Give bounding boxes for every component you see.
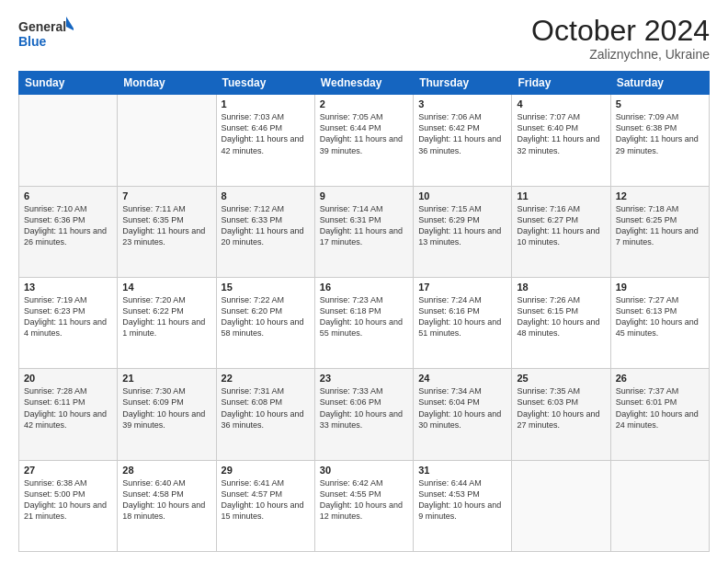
- day-info: Sunrise: 7:12 AMSunset: 6:33 PMDaylight:…: [222, 204, 304, 247]
- calendar-cell: 26Sunrise: 7:37 AMSunset: 6:01 PMDayligh…: [610, 369, 709, 460]
- calendar-cell: 22Sunrise: 7:31 AMSunset: 6:08 PMDayligh…: [216, 369, 314, 460]
- day-info: Sunrise: 7:27 AMSunset: 6:13 PMDaylight:…: [616, 295, 699, 338]
- day-info: Sunrise: 7:06 AMSunset: 6:42 PMDaylight:…: [418, 112, 501, 155]
- page: General Blue October 2024 Zaliznychne, U…: [0, 0, 728, 563]
- calendar-cell: 31Sunrise: 6:44 AMSunset: 4:53 PMDayligh…: [414, 460, 512, 551]
- day-number: 3: [418, 98, 506, 109]
- day-info: Sunrise: 7:15 AMSunset: 6:29 PMDaylight:…: [418, 204, 501, 247]
- day-info: Sunrise: 7:05 AMSunset: 6:44 PMDaylight:…: [320, 112, 403, 155]
- calendar-cell: 27Sunrise: 6:38 AMSunset: 5:00 PMDayligh…: [19, 460, 118, 551]
- calendar-cell: 17Sunrise: 7:24 AMSunset: 6:16 PMDayligh…: [414, 277, 512, 368]
- calendar-cell: 18Sunrise: 7:26 AMSunset: 6:15 PMDayligh…: [512, 277, 610, 368]
- calendar-cell: 7Sunrise: 7:11 AMSunset: 6:35 PMDaylight…: [118, 186, 216, 277]
- day-info: Sunrise: 7:31 AMSunset: 6:08 PMDaylight:…: [222, 386, 304, 429]
- day-number: 26: [616, 373, 704, 384]
- calendar-cell: [19, 95, 118, 186]
- day-info: Sunrise: 7:18 AMSunset: 6:25 PMDaylight:…: [616, 204, 699, 247]
- weekday-header: Sunday: [19, 72, 118, 95]
- calendar-cell: [610, 460, 709, 551]
- header: General Blue October 2024 Zaliznychne, U…: [18, 15, 710, 62]
- day-number: 19: [616, 282, 704, 293]
- day-info: Sunrise: 7:24 AMSunset: 6:16 PMDaylight:…: [418, 295, 501, 338]
- day-number: 9: [320, 190, 408, 201]
- day-number: 23: [320, 373, 408, 384]
- logo-svg: General Blue: [18, 15, 74, 52]
- weekday-header: Monday: [118, 72, 216, 95]
- day-info: Sunrise: 7:33 AMSunset: 6:06 PMDaylight:…: [320, 386, 403, 429]
- weekday-header-row: SundayMondayTuesdayWednesdayThursdayFrid…: [19, 72, 710, 95]
- svg-marker-2: [66, 17, 74, 31]
- day-info: Sunrise: 7:09 AMSunset: 6:38 PMDaylight:…: [616, 112, 699, 155]
- day-info: Sunrise: 7:30 AMSunset: 6:09 PMDaylight:…: [122, 386, 205, 429]
- day-number: 5: [616, 98, 704, 109]
- calendar-week-row: 27Sunrise: 6:38 AMSunset: 5:00 PMDayligh…: [19, 460, 710, 551]
- calendar-cell: 28Sunrise: 6:40 AMSunset: 4:58 PMDayligh…: [118, 460, 216, 551]
- weekday-header: Tuesday: [216, 72, 314, 95]
- day-number: 10: [418, 190, 506, 201]
- calendar-cell: 8Sunrise: 7:12 AMSunset: 6:33 PMDaylight…: [216, 186, 314, 277]
- day-info: Sunrise: 7:11 AMSunset: 6:35 PMDaylight:…: [122, 204, 205, 247]
- day-number: 30: [320, 465, 408, 476]
- day-info: Sunrise: 7:10 AMSunset: 6:36 PMDaylight:…: [24, 204, 107, 247]
- day-info: Sunrise: 6:41 AMSunset: 4:57 PMDaylight:…: [222, 478, 304, 521]
- day-number: 6: [24, 190, 112, 201]
- calendar-cell: 15Sunrise: 7:22 AMSunset: 6:20 PMDayligh…: [216, 277, 314, 368]
- day-info: Sunrise: 7:35 AMSunset: 6:03 PMDaylight:…: [517, 386, 599, 429]
- day-info: Sunrise: 7:19 AMSunset: 6:23 PMDaylight:…: [24, 295, 107, 338]
- month-title: October 2024: [531, 15, 710, 47]
- day-info: Sunrise: 6:38 AMSunset: 5:00 PMDaylight:…: [24, 478, 107, 521]
- calendar-cell: [512, 460, 610, 551]
- day-info: Sunrise: 7:20 AMSunset: 6:22 PMDaylight:…: [122, 295, 205, 338]
- calendar-week-row: 13Sunrise: 7:19 AMSunset: 6:23 PMDayligh…: [19, 277, 710, 368]
- day-info: Sunrise: 7:03 AMSunset: 6:46 PMDaylight:…: [222, 112, 304, 155]
- calendar-cell: 2Sunrise: 7:05 AMSunset: 6:44 PMDaylight…: [314, 95, 413, 186]
- day-number: 31: [418, 465, 506, 476]
- calendar-cell: 23Sunrise: 7:33 AMSunset: 6:06 PMDayligh…: [314, 369, 413, 460]
- calendar-cell: 4Sunrise: 7:07 AMSunset: 6:40 PMDaylight…: [512, 95, 610, 186]
- day-info: Sunrise: 7:28 AMSunset: 6:11 PMDaylight:…: [24, 386, 107, 429]
- calendar-cell: 12Sunrise: 7:18 AMSunset: 6:25 PMDayligh…: [610, 186, 709, 277]
- day-info: Sunrise: 7:14 AMSunset: 6:31 PMDaylight:…: [320, 204, 403, 247]
- day-info: Sunrise: 7:07 AMSunset: 6:40 PMDaylight:…: [517, 112, 599, 155]
- day-info: Sunrise: 7:37 AMSunset: 6:01 PMDaylight:…: [616, 386, 699, 429]
- calendar-cell: 9Sunrise: 7:14 AMSunset: 6:31 PMDaylight…: [314, 186, 413, 277]
- calendar: SundayMondayTuesdayWednesdayThursdayFrid…: [18, 71, 710, 552]
- day-number: 13: [24, 282, 112, 293]
- day-number: 4: [517, 98, 605, 109]
- calendar-cell: 5Sunrise: 7:09 AMSunset: 6:38 PMDaylight…: [610, 95, 709, 186]
- day-info: Sunrise: 7:16 AMSunset: 6:27 PMDaylight:…: [517, 204, 599, 247]
- day-info: Sunrise: 6:44 AMSunset: 4:53 PMDaylight:…: [418, 478, 501, 521]
- day-number: 1: [222, 98, 310, 109]
- calendar-cell: 30Sunrise: 6:42 AMSunset: 4:55 PMDayligh…: [314, 460, 413, 551]
- day-number: 24: [418, 373, 506, 384]
- calendar-cell: 10Sunrise: 7:15 AMSunset: 6:29 PMDayligh…: [414, 186, 512, 277]
- calendar-cell: 11Sunrise: 7:16 AMSunset: 6:27 PMDayligh…: [512, 186, 610, 277]
- day-number: 7: [122, 190, 210, 201]
- day-number: 22: [222, 373, 310, 384]
- day-number: 18: [517, 282, 605, 293]
- day-info: Sunrise: 7:22 AMSunset: 6:20 PMDaylight:…: [222, 295, 304, 338]
- svg-text:General: General: [18, 19, 66, 34]
- day-info: Sunrise: 6:42 AMSunset: 4:55 PMDaylight:…: [320, 478, 403, 521]
- day-info: Sunrise: 7:26 AMSunset: 6:15 PMDaylight:…: [517, 295, 599, 338]
- calendar-cell: 25Sunrise: 7:35 AMSunset: 6:03 PMDayligh…: [512, 369, 610, 460]
- day-number: 15: [222, 282, 310, 293]
- calendar-cell: 1Sunrise: 7:03 AMSunset: 6:46 PMDaylight…: [216, 95, 314, 186]
- weekday-header: Wednesday: [314, 72, 413, 95]
- calendar-cell: [118, 95, 216, 186]
- day-number: 21: [122, 373, 210, 384]
- calendar-cell: 6Sunrise: 7:10 AMSunset: 6:36 PMDaylight…: [19, 186, 118, 277]
- calendar-cell: 14Sunrise: 7:20 AMSunset: 6:22 PMDayligh…: [118, 277, 216, 368]
- calendar-cell: 29Sunrise: 6:41 AMSunset: 4:57 PMDayligh…: [216, 460, 314, 551]
- day-number: 12: [616, 190, 704, 201]
- calendar-cell: 3Sunrise: 7:06 AMSunset: 6:42 PMDaylight…: [414, 95, 512, 186]
- day-info: Sunrise: 7:23 AMSunset: 6:18 PMDaylight:…: [320, 295, 403, 338]
- day-number: 17: [418, 282, 506, 293]
- logo: General Blue: [18, 15, 74, 52]
- day-number: 25: [517, 373, 605, 384]
- title-block: October 2024 Zaliznychne, Ukraine: [531, 15, 710, 62]
- day-number: 8: [222, 190, 310, 201]
- day-number: 28: [122, 465, 210, 476]
- day-info: Sunrise: 7:34 AMSunset: 6:04 PMDaylight:…: [418, 386, 501, 429]
- weekday-header: Saturday: [610, 72, 709, 95]
